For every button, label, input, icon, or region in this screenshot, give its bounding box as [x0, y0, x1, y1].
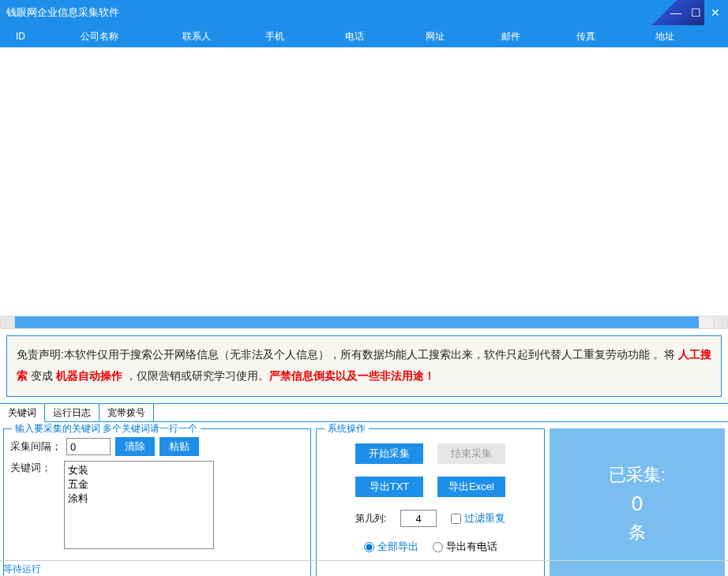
- paste-button[interactable]: 粘贴: [159, 437, 199, 456]
- keywords-textarea[interactable]: [64, 461, 214, 549]
- table-header: ID公司名称联系人手机电话网址邮件传真地址: [0, 25, 728, 47]
- column-header[interactable]: 网址: [395, 30, 475, 43]
- column-header[interactable]: 公司名称: [41, 30, 158, 43]
- result-panel: 已采集: 0 条: [550, 428, 725, 576]
- column-header[interactable]: 邮件: [475, 30, 546, 43]
- column-header[interactable]: 联系人: [158, 30, 235, 43]
- tab-keywords[interactable]: 关键词: [0, 404, 45, 422]
- result-count: 0: [632, 492, 643, 516]
- column-header[interactable]: ID: [0, 31, 41, 42]
- table-body[interactable]: [0, 47, 728, 316]
- filter-checkbox[interactable]: 过滤重复: [451, 511, 505, 526]
- horizontal-scrollbar[interactable]: [0, 316, 728, 329]
- interval-label: 采集间隔；: [10, 439, 62, 454]
- result-unit: 条: [629, 521, 646, 544]
- keywords-group: 输入要采集的关键词 多个关键词请一行一个 采集间隔； 清除 粘贴 关键词；: [3, 428, 311, 576]
- scroll-right-arrow[interactable]: [713, 316, 727, 328]
- export-txt-button[interactable]: 导出TXT: [355, 477, 423, 497]
- scroll-left-arrow[interactable]: [1, 316, 15, 328]
- disclaimer-text: 免责声明:本软件仅用于搜索公开网络信息（无非法及个人信息），所有数据均能人工搜索…: [17, 348, 678, 361]
- keywords-legend: 输入要采集的关键词 多个关键词请一行一个: [12, 422, 201, 436]
- column-input[interactable]: [400, 510, 437, 527]
- column-header[interactable]: 电话: [314, 30, 395, 43]
- system-legend: 系统操作: [325, 422, 369, 436]
- export-phone-radio[interactable]: 导出有电话: [433, 540, 497, 554]
- clear-button[interactable]: 清除: [115, 437, 155, 456]
- stop-collect-button: 结束采集: [437, 443, 505, 464]
- system-group: 系统操作 开始采集 结束采集 导出TXT 导出Excel 第几列: 过滤重复 全…: [316, 428, 545, 576]
- column-header[interactable]: 地址: [625, 30, 704, 43]
- column-header[interactable]: 传真: [546, 30, 625, 43]
- keywords-label: 关键词；: [10, 461, 59, 475]
- tab-bar: 关键词 运行日志 宽带拨号: [0, 403, 728, 422]
- window-title: 钱眼网企业信息采集软件: [6, 6, 119, 20]
- disclaimer-red2: 机器自动操作: [56, 369, 122, 382]
- scroll-thumb[interactable]: [15, 316, 699, 328]
- export-all-radio[interactable]: 全部导出: [364, 540, 418, 554]
- tab-dialup[interactable]: 宽带拨号: [99, 404, 154, 421]
- minimize-button[interactable]: —: [670, 6, 681, 19]
- result-label: 已采集:: [609, 463, 666, 487]
- title-bar: 钱眼网企业信息采集软件 — ☐ ✕: [0, 0, 728, 25]
- column-header[interactable]: 手机: [235, 30, 314, 43]
- column-label: 第几列:: [355, 512, 386, 526]
- interval-input[interactable]: [66, 438, 111, 455]
- status-bar: 等待运行: [0, 560, 728, 576]
- tab-log[interactable]: 运行日志: [45, 404, 99, 421]
- disclaimer-mid1: 变成: [28, 369, 56, 382]
- export-excel-button[interactable]: 导出Excel: [437, 477, 505, 497]
- disclaimer-panel: 免责声明:本软件仅用于搜索公开网络信息（无非法及个人信息），所有数据均能人工搜索…: [6, 335, 722, 397]
- close-button[interactable]: ✕: [711, 6, 720, 19]
- disclaimer-mid2: ，仅限营销或研究学习使用。: [122, 369, 269, 382]
- start-collect-button[interactable]: 开始采集: [355, 443, 423, 464]
- maximize-button[interactable]: ☐: [691, 6, 701, 19]
- scroll-track[interactable]: [15, 316, 713, 328]
- disclaimer-red3: 严禁信息倒卖以及一些非法用途！: [269, 369, 435, 382]
